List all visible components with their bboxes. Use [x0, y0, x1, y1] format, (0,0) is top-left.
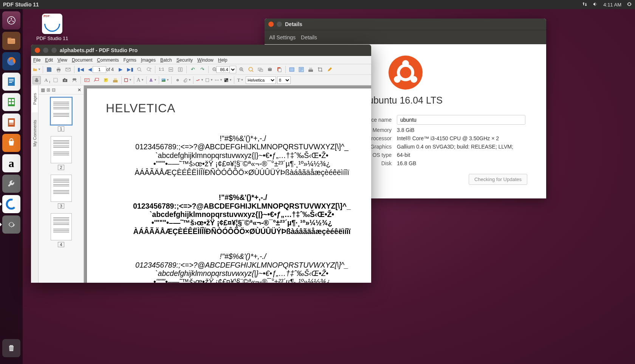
thumb-options-icon[interactable]: ▦	[41, 87, 45, 93]
sound-icon[interactable]	[593, 2, 598, 8]
tab-pages[interactable]: Pages	[32, 85, 38, 112]
pan-zoom-button[interactable]	[256, 65, 265, 74]
menu-comments[interactable]: Comments	[97, 57, 119, 63]
menu-security[interactable]: Security	[177, 57, 193, 63]
thumb-close-icon[interactable]: ✕	[77, 87, 81, 93]
first-page-button[interactable]: ▮◀	[76, 65, 85, 74]
menu-batch[interactable]: Batch	[160, 57, 172, 63]
launcher-settings-tool[interactable]	[2, 175, 20, 193]
area-tool[interactable]: ▼	[205, 76, 213, 84]
minimize-icon[interactable]	[43, 48, 48, 53]
menu-images[interactable]: Images	[141, 57, 156, 63]
marquee-tool[interactable]	[51, 76, 60, 84]
highlight-tool[interactable]: A▼	[136, 76, 144, 84]
thumb-collapse-icon[interactable]: ⊟	[52, 87, 56, 93]
hand-tool[interactable]	[33, 76, 41, 84]
scan-button[interactable]	[266, 65, 274, 74]
close-icon[interactable]	[35, 48, 40, 53]
launcher-firefox[interactable]	[2, 52, 20, 70]
document-viewport[interactable]: HELVETICA !"#$%&'()*+,-./ 0123456789:;<=…	[84, 85, 371, 283]
breadcrumb-details[interactable]: Details	[301, 34, 317, 40]
thumbnail-page-4[interactable]	[51, 213, 72, 240]
select-tool[interactable]: AI	[42, 76, 50, 84]
pdf-titlebar[interactable]: alphabets.pdf - PDF Studio Pro	[31, 45, 371, 56]
font-size-select[interactable]: 8	[277, 76, 291, 84]
rotate-ccw-button[interactable]: ↶	[189, 65, 197, 74]
thumb-expand-icon[interactable]: ⊞	[46, 87, 50, 93]
close-icon[interactable]	[268, 22, 274, 27]
menu-document[interactable]: Document	[72, 57, 93, 63]
launcher-search[interactable]	[2, 11, 20, 29]
breadcrumb-all-settings[interactable]: All Settings	[269, 34, 296, 40]
menu-view[interactable]: View	[57, 57, 67, 63]
save-button[interactable]	[45, 65, 53, 74]
shape-tool[interactable]: ▼	[124, 76, 132, 84]
menu-file[interactable]: File	[33, 57, 40, 63]
fit-width-button[interactable]	[167, 65, 175, 74]
device-name-input[interactable]	[397, 115, 525, 125]
launcher-amazon[interactable]: a	[2, 154, 20, 172]
print-button[interactable]	[54, 65, 63, 74]
edit-content-button[interactable]	[325, 65, 334, 74]
next-page-button[interactable]: ▶	[116, 65, 125, 74]
next-view-button[interactable]	[145, 65, 153, 74]
clock[interactable]: 4:11 AM	[603, 2, 621, 8]
form-highlight-button[interactable]	[288, 65, 296, 74]
open-button[interactable]: ▼	[33, 65, 41, 74]
desktop-icon-pdfstudio[interactable]: PDF Studio 11	[36, 14, 68, 41]
last-page-button[interactable]: ▶▮	[126, 65, 134, 74]
stamp-tool[interactable]: ▼	[149, 76, 157, 84]
launcher-system-settings[interactable]	[2, 215, 20, 234]
menu-forms[interactable]: Forms	[124, 57, 136, 63]
menu-help[interactable]: Help	[218, 57, 228, 63]
check-updates-button[interactable]: Checking for Updates	[469, 174, 527, 185]
page-input[interactable]	[95, 65, 104, 74]
font-select[interactable]: Helvetica	[246, 76, 276, 84]
image-tool[interactable]: ▼	[161, 76, 169, 84]
thumbnail-page-3[interactable]	[51, 175, 72, 202]
thumbnail-page-1[interactable]	[51, 98, 72, 125]
network-icon[interactable]	[582, 2, 587, 8]
form-edit-button[interactable]	[297, 65, 305, 74]
launcher-files[interactable]	[2, 32, 20, 50]
redact-tool[interactable]: ▼	[224, 76, 232, 84]
maximize-icon[interactable]	[51, 48, 57, 53]
link-tool[interactable]	[173, 76, 182, 84]
crop-button[interactable]	[316, 65, 324, 74]
minimize-icon[interactable]	[277, 22, 282, 27]
launcher-calc[interactable]	[2, 93, 20, 111]
thumbnail-page-2[interactable]	[51, 136, 72, 163]
svg-point-44	[64, 79, 66, 81]
distance-tool[interactable]: ▼	[214, 76, 223, 84]
zoom-dropdown[interactable]	[229, 66, 236, 73]
launcher-pdfstudio[interactable]	[2, 195, 20, 213]
snapshot-tool[interactable]	[61, 76, 69, 84]
typewriter-tool[interactable]	[111, 76, 119, 84]
prev-view-button[interactable]	[135, 65, 144, 74]
actual-size-button[interactable]: 1:1	[157, 65, 166, 74]
zoom-input[interactable]	[220, 65, 228, 74]
tab-comments[interactable]: My Comments	[32, 112, 38, 154]
pencil-tool[interactable]: ▼	[195, 76, 204, 84]
gear-icon[interactable]	[627, 2, 632, 8]
details-titlebar[interactable]: Details	[265, 19, 546, 30]
fit-page-button[interactable]	[176, 65, 184, 74]
launcher-trash[interactable]	[2, 339, 20, 357]
menu-edit[interactable]: Edit	[45, 57, 53, 63]
launcher-writer[interactable]	[2, 73, 20, 91]
launcher-impress[interactable]	[2, 113, 20, 132]
zoom-in-button[interactable]	[237, 65, 246, 74]
launcher-software[interactable]	[2, 134, 20, 152]
rotate-cw-button[interactable]: ↷	[198, 65, 206, 74]
text-format-tool[interactable]: T▼	[236, 76, 245, 84]
typewriter-button[interactable]	[307, 65, 315, 74]
callout-tool[interactable]	[92, 76, 101, 84]
find-tool[interactable]	[70, 76, 79, 84]
text-box-tool[interactable]	[83, 76, 91, 84]
sticky-note-tool[interactable]	[102, 76, 110, 84]
email-button[interactable]	[64, 65, 72, 74]
convert-button[interactable]	[275, 65, 283, 74]
menu-window[interactable]: Window	[197, 57, 214, 63]
attach-tool[interactable]: ▼	[183, 76, 191, 84]
loupe-button[interactable]	[247, 65, 255, 74]
